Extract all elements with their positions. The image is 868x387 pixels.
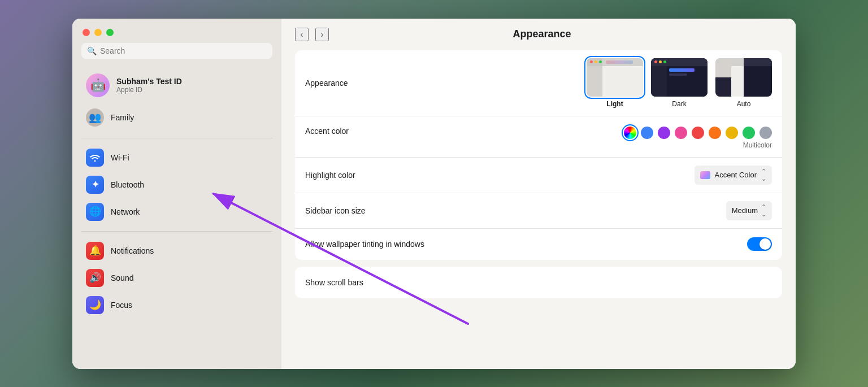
appearance-option-auto-label: Auto [737,100,751,108]
notifications-icon: 🔔 [86,242,104,260]
show-scroll-bars-label: Show scroll bars [305,278,772,287]
search-icon: 🔍 [87,46,97,55]
accent-green[interactable] [743,127,755,139]
focus-icon: 🌙 [86,296,104,314]
sidebar-item-focus[interactable]: 🌙 Focus [77,292,277,319]
sidebar-icon-size-label: Sidebar icon size [305,206,726,215]
network-icon: 🌐 [86,203,104,221]
profile-info: Subham's Test ID Apple ID [116,77,182,94]
accent-yellow[interactable] [726,127,738,139]
sidebar-item-bluetooth[interactable]: ✦ Bluetooth [77,171,277,198]
appearance-option-light-label: Light [606,100,623,108]
appearance-option-dark-label: Dark [672,100,686,108]
accent-blue[interactable] [641,127,653,139]
sidebar-item-notifications-label: Notifications [111,246,154,255]
highlight-color-label: Highlight color [305,171,695,180]
sidebar-item-wifi-label: Wi-Fi [111,153,129,162]
sidebar: 🔍 🤖 Subham's Test ID Apple ID 👥 Family [72,19,281,369]
main-header: ‹ › Appearance [281,19,796,50]
page-title: Appearance [336,28,748,40]
sidebar-divider-2 [81,231,272,232]
forward-button[interactable]: › [315,28,329,41]
sidebar-item-profile[interactable]: 🤖 Subham's Test ID Apple ID [77,68,277,103]
sidebar-item-network-label: Network [111,207,140,216]
sidebar-item-sound-label: Sound [111,273,133,282]
appearance-label: Appearance [305,79,587,88]
appearance-row: Appearance [295,50,782,116]
highlight-swatch [700,171,710,179]
avatar: 🤖 [86,73,110,97]
sidebar-section-network: Wi-Fi ✦ Bluetooth 🌐 Network [72,142,281,228]
chevron-up-down-icon: ⌃⌄ [761,168,766,182]
close-button[interactable] [83,29,90,36]
sound-icon: 🔊 [86,269,104,287]
highlight-color-value: Accent Color [715,171,757,179]
chevron-up-down-icon-2: ⌃⌄ [761,203,766,218]
wallpaper-tinting-row: Allow wallpaper tinting in windows [295,228,782,260]
sidebar-section-notifications: 🔔 Notifications 🔊 Sound 🌙 Focus [72,235,281,321]
maximize-button[interactable] [106,29,114,36]
search-bar[interactable]: 🔍 [81,43,272,59]
search-input[interactable] [100,46,267,55]
accent-colors: Multicolor [624,127,772,149]
appearance-options: Light [587,58,772,108]
wallpaper-tinting-label: Allow wallpaper tinting in windows [305,240,747,249]
appearance-thumb-dark [651,58,708,97]
highlight-color-row: Highlight color Accent Color ⌃⌄ [295,157,782,193]
appearance-thumb-light [587,58,643,97]
back-button[interactable]: ‹ [295,28,309,41]
bluetooth-icon: ✦ [86,176,104,194]
sidebar-item-bluetooth-label: Bluetooth [111,180,144,189]
accent-purple[interactable] [658,127,670,139]
accent-graphite[interactable] [760,127,772,139]
accent-color-label: Accent color [305,127,624,136]
sidebar-divider-1 [81,138,272,138]
wifi-icon [86,149,104,167]
main-body: Appearance [281,50,796,369]
appearance-option-light[interactable]: Light [587,58,643,108]
show-scroll-bars-row: Show scroll bars [295,267,782,298]
appearance-card: Appearance [295,50,782,260]
appearance-option-auto[interactable]: Auto [715,58,772,108]
accent-red[interactable] [692,127,704,139]
highlight-color-dropdown[interactable]: Accent Color ⌃⌄ [695,166,772,185]
profile-subtitle: Apple ID [116,86,182,94]
accent-pink[interactable] [675,127,687,139]
sidebar-item-wifi[interactable]: Wi-Fi [77,144,277,171]
accent-multicolor[interactable] [624,127,636,139]
family-avatar: 👥 [86,108,104,127]
minimize-button[interactable] [94,29,102,36]
sidebar-item-focus-label: Focus [111,301,132,310]
settings-window: 🔍 🤖 Subham's Test ID Apple ID 👥 Family [72,19,796,369]
sidebar-icon-size-row: Sidebar icon size Medium ⌃⌄ [295,193,782,228]
profile-name: Subham's Test ID [116,77,182,86]
sidebar-section-profile: 🤖 Subham's Test ID Apple ID 👥 Family [72,66,281,134]
sidebar-item-family-label: Family [111,113,134,122]
appearance-thumb-auto [715,58,772,97]
scroll-bars-card: Show scroll bars [295,267,782,298]
sidebar-icon-size-dropdown[interactable]: Medium ⌃⌄ [726,201,772,220]
main-content: ‹ › Appearance Appearance [281,19,796,369]
wallpaper-tinting-toggle[interactable] [747,237,772,251]
sidebar-item-family[interactable]: 👥 Family [77,103,277,132]
accent-selected-label: Multicolor [743,141,772,149]
sidebar-item-sound[interactable]: 🔊 Sound [77,264,277,292]
sidebar-icon-size-value: Medium [732,206,758,215]
toggle-knob [760,238,771,250]
accent-row [624,127,772,139]
accent-orange[interactable] [709,127,721,139]
titlebar [72,19,281,43]
sidebar-item-notifications[interactable]: 🔔 Notifications [77,237,277,264]
appearance-option-dark[interactable]: Dark [651,58,708,108]
accent-color-row: Accent color [295,116,782,157]
sidebar-item-network[interactable]: 🌐 Network [77,198,277,225]
